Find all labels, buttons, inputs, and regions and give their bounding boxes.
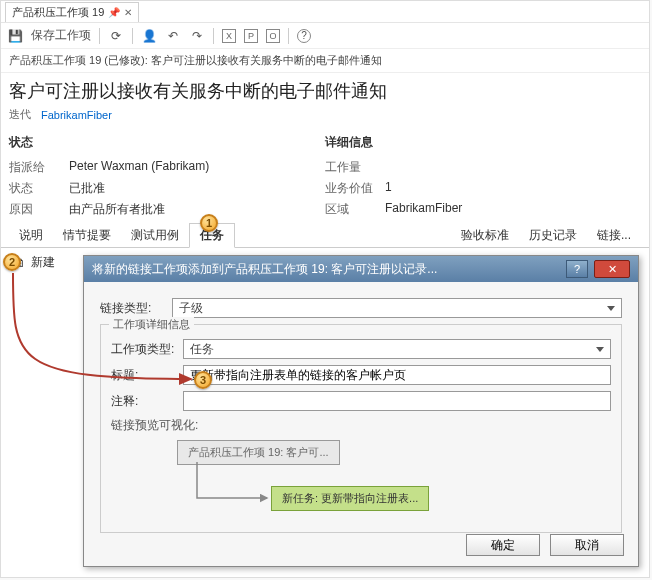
dialog-help-icon[interactable]: ? (566, 260, 588, 278)
group-work-item-details: 工作项详细信息 工作项类型: 任务 标题: 注释: 链接预览可视化: (100, 324, 622, 533)
save-button[interactable]: 保存工作项 (31, 27, 91, 44)
new-label: 新建 (31, 254, 55, 271)
breadcrumb: 产品积压工作项 19 (已修改): 客户可注册以接收有关服务中断的电子邮件通知 (1, 49, 649, 73)
tab-acceptance[interactable]: 验收标准 (451, 224, 519, 247)
select-wit[interactable]: 任务 (183, 339, 611, 359)
annotation-1: 1 (200, 214, 218, 232)
label-comment: 注释: (111, 393, 183, 410)
group-title: 工作项详细信息 (109, 317, 194, 332)
ok-button[interactable]: 确定 (466, 534, 540, 556)
value-state[interactable]: 已批准 (69, 180, 105, 197)
select-link-type-value: 子级 (179, 300, 203, 317)
field-state: 状态 已批准 (9, 178, 325, 199)
label-bizvalue: 业务价值 (325, 180, 385, 197)
pin-icon[interactable]: 📌 (108, 7, 120, 18)
annotation-2: 2 (3, 253, 21, 271)
input-title[interactable] (183, 365, 611, 385)
preview-child-node: 新任务: 更新带指向注册表... (271, 486, 429, 511)
right-heading: 详细信息 (325, 130, 641, 157)
preview-canvas: 产品积压工作项 19: 客户可... 新任务: 更新带指向注册表... (167, 438, 611, 524)
tab-description[interactable]: 说明 (9, 224, 53, 247)
toolbar-separator (132, 28, 133, 44)
page-title: 客户可注册以接收有关服务中断的电子邮件通知 (1, 73, 649, 105)
left-heading: 状态 (9, 130, 325, 157)
refresh-icon[interactable]: ⟳ (108, 28, 124, 44)
work-item-window: 产品积压工作项 19 📌 ✕ 💾 保存工作项 ⟳ 👤 ↶ ↷ X P O ? 产… (0, 0, 650, 578)
select-link-type[interactable]: 子级 (172, 298, 622, 318)
value-assigned[interactable]: Peter Waxman (Fabrikam) (69, 159, 209, 176)
annotation-3: 3 (194, 371, 212, 389)
p-box-icon[interactable]: P (244, 29, 258, 43)
close-tab-icon[interactable]: ✕ (124, 7, 132, 18)
field-assigned-to: 指派给 Peter Waxman (Fabrikam) (9, 157, 325, 178)
document-tab-strip: 产品积压工作项 19 📌 ✕ (1, 1, 649, 23)
tab-storyboard[interactable]: 情节提要 (53, 224, 121, 247)
preview-label: 链接预览可视化: (111, 417, 611, 434)
tab-testcases[interactable]: 测试用例 (121, 224, 189, 247)
row-link-type: 链接类型: 子级 (100, 298, 622, 318)
label-link-type: 链接类型: (100, 300, 172, 317)
iteration-label: 迭代 (9, 107, 31, 122)
cancel-button[interactable]: 取消 (550, 534, 624, 556)
label-state: 状态 (9, 180, 69, 197)
toolbar-separator (213, 28, 214, 44)
dialog-button-row: 确定 取消 (466, 534, 624, 556)
value-area[interactable]: FabrikamFiber (385, 201, 462, 218)
field-reason: 原因 由产品所有者批准 (9, 199, 325, 220)
tab-links[interactable]: 链接... (587, 224, 641, 247)
input-comment[interactable] (183, 391, 611, 411)
value-bizvalue[interactable]: 1 (385, 180, 392, 197)
document-tab[interactable]: 产品积压工作项 19 📌 ✕ (5, 2, 139, 22)
label-wit: 工作项类型: (111, 341, 183, 358)
field-bizvalue: 业务价值 1 (325, 178, 641, 199)
tab-history[interactable]: 历史记录 (519, 224, 587, 247)
toolbar: 💾 保存工作项 ⟳ 👤 ↶ ↷ X P O ? (1, 23, 649, 49)
label-effort: 工作量 (325, 159, 385, 176)
dialog-title: 将新的链接工作项添加到产品积压工作项 19: 客户可注册以记录... (92, 261, 560, 278)
save-icon[interactable]: 💾 (7, 28, 23, 44)
history-back-icon[interactable]: ↶ (165, 28, 181, 44)
row-wit: 工作项类型: 任务 (111, 339, 611, 359)
row-comment: 注释: (111, 391, 611, 411)
preview-section: 链接预览可视化: 产品积压工作项 19: 客户可... 新任务: 更新带指向注册… (111, 417, 611, 524)
dialog-close-icon[interactable]: ✕ (594, 260, 630, 278)
row-title: 标题: (111, 365, 611, 385)
o-box-icon[interactable]: O (266, 29, 280, 43)
document-tab-title: 产品积压工作项 19 (12, 5, 104, 20)
inner-tabs: 说明 情节提要 测试用例 任务 验收标准 历史记录 链接... (1, 226, 649, 248)
toolbar-separator (99, 28, 100, 44)
left-column: 状态 指派给 Peter Waxman (Fabrikam) 状态 已批准 原因… (9, 130, 325, 220)
x-box-icon[interactable]: X (222, 29, 236, 43)
label-assigned: 指派给 (9, 159, 69, 176)
dialog-body: 链接类型: 子级 工作项详细信息 工作项类型: 任务 标题: (84, 282, 638, 533)
select-wit-value: 任务 (190, 341, 214, 358)
help-icon[interactable]: ? (297, 29, 311, 43)
toolbar-separator (288, 28, 289, 44)
label-area: 区域 (325, 201, 385, 218)
label-title: 标题: (111, 367, 183, 384)
label-reason: 原因 (9, 201, 69, 218)
person-icon[interactable]: 👤 (141, 28, 157, 44)
iteration-row: 迭代 FabrikamFiber (1, 105, 649, 128)
field-effort: 工作量 (325, 157, 641, 178)
value-reason[interactable]: 由产品所有者批准 (69, 201, 165, 218)
preview-parent-node: 产品积压工作项 19: 客户可... (177, 440, 340, 465)
iteration-link[interactable]: FabrikamFiber (41, 109, 112, 121)
history-fwd-icon[interactable]: ↷ (189, 28, 205, 44)
right-column: 详细信息 工作量 业务价值 1 区域 FabrikamFiber (325, 130, 641, 220)
fields-area: 状态 指派给 Peter Waxman (Fabrikam) 状态 已批准 原因… (1, 128, 649, 220)
add-link-dialog: 将新的链接工作项添加到产品积压工作项 19: 客户可注册以记录... ? ✕ 链… (83, 255, 639, 567)
dialog-titlebar[interactable]: 将新的链接工作项添加到产品积压工作项 19: 客户可注册以记录... ? ✕ (84, 256, 638, 282)
field-area: 区域 FabrikamFiber (325, 199, 641, 220)
